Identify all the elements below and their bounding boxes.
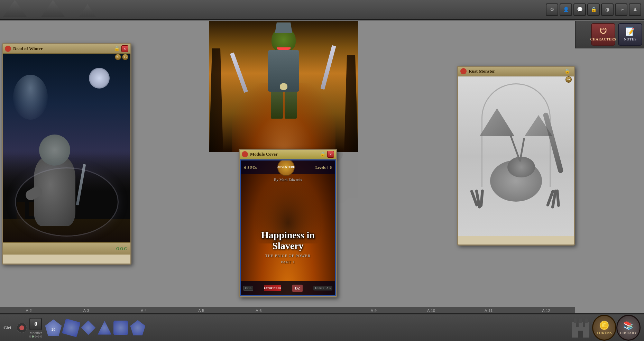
token-mode-icon-btn[interactable]: ♟ [629, 3, 641, 16]
mc-lock[interactable]: 🔒 [319, 151, 326, 158]
modifier-value: 0 [29, 318, 42, 330]
plusminus-icon-btn[interactable]: +/- [615, 3, 627, 16]
levels-label: Levels 4-6 [315, 165, 332, 169]
top-toolbar: ⚙ 👤 💬 🔒 ◑ +/- ♟ [0, 0, 644, 20]
lighting-icon-btn[interactable]: ◑ [601, 3, 614, 16]
library-button[interactable]: 📚 LIBRARY [616, 315, 641, 341]
grid-a12: A-12 [517, 307, 575, 314]
rust-monster-title: Rust Monster [469, 68, 564, 74]
pcs-label: 6-8 PCs [244, 165, 257, 169]
module-subtitle: THE PRICE OF POWER [244, 254, 332, 258]
gm-label: GM [3, 325, 11, 331]
char-notes-panel: 🛡 CHARACTERS 📝 NOTES [575, 21, 644, 48]
rust-monster-titlebar: Rust Monster 🔒 [458, 67, 574, 76]
rm-key-1[interactable]: 🗝 [565, 76, 572, 83]
grid-a11: A-11 [460, 307, 517, 314]
rust-monster-image [458, 76, 574, 236]
grid-a9: A-9 [345, 307, 402, 314]
dead-winter-titlebar: Dead of Winter 🔒 × [3, 44, 130, 54]
tokens-button[interactable]: 🪙 ToKENs [592, 315, 616, 341]
settings-icon-btn[interactable]: ⚙ [546, 3, 558, 16]
herolab-badge: HERO LAB [313, 286, 332, 291]
modifier-box: 0 Modifier [29, 318, 42, 338]
svg-rect-11 [578, 331, 583, 338]
rm-card-icon [460, 68, 467, 74]
module-main-title: Happiness in Slavery [244, 230, 332, 251]
module-cover-content: 6-8 PCs Adventure Levels 4-6 By Mark Edw… [240, 159, 336, 296]
bottom-toolbar: GM 0 Modifier 20 [0, 313, 644, 341]
chat-icon-btn[interactable]: 💬 [573, 3, 586, 16]
lock-icon-btn[interactable]: 🔒 [587, 3, 600, 16]
grid-a2: A-2 [0, 307, 57, 314]
key-icon-2[interactable]: 🗝 [122, 54, 128, 60]
rust-monster-content [458, 76, 574, 236]
grid-a3: A-3 [57, 307, 115, 314]
dead-winter-image [3, 54, 130, 254]
key-icon-1[interactable]: 🗝 [115, 54, 121, 60]
grid-a5: A-5 [173, 307, 230, 314]
orc-warrior-art [244, 24, 323, 145]
card-icon [5, 46, 11, 52]
grid-a6: A-6 [230, 307, 287, 314]
tokens-label: ToKENs [597, 331, 612, 335]
rust-monster-card: Rust Monster 🔒 🗝 [457, 66, 575, 246]
ooc-label: OOC [116, 246, 128, 251]
die-d12[interactable] [64, 320, 79, 335]
modifier-label: Modifier [30, 331, 42, 335]
characters-button[interactable]: 🛡 CHARACTERS [591, 23, 615, 46]
adventure-badge: Adventure [277, 159, 295, 176]
dead-winter-title: Dead of Winter [13, 46, 113, 52]
mc-close[interactable]: × [327, 151, 334, 158]
module-author: By Mark Edwards [274, 177, 302, 182]
svg-rect-6 [579, 322, 583, 329]
die-d8[interactable] [81, 321, 95, 335]
modifier-dots [29, 335, 42, 338]
module-cover-title: Module Cover [250, 151, 319, 157]
dead-winter-bottom-bar: OOC [3, 242, 130, 255]
module-part: PART 1 [244, 260, 332, 264]
module-cover-titlebar: Module Cover 🔒 × [240, 150, 336, 159]
module-title-area: Happiness in Slavery THE PRICE OF POWER … [241, 227, 335, 267]
module-footer: OGL PATHFINDER B2 HERO LAB [241, 281, 335, 295]
pathfinder-badge: PATHFINDER [264, 285, 281, 291]
status-area: 0 Modifier [17, 318, 45, 338]
svg-rect-8 [574, 319, 577, 323]
rm-lock[interactable]: 🔒 [564, 68, 571, 75]
module-cover-card: Module Cover 🔒 × 6-8 PCs Adventure Level… [239, 149, 337, 297]
svg-rect-9 [579, 319, 582, 323]
main-area: Dead of Winter 🔒 × 🗝 🗝 [0, 21, 644, 313]
die-d6[interactable] [113, 321, 128, 335]
dead-winter-close[interactable]: × [121, 45, 128, 52]
users-icon-btn[interactable]: 👤 [560, 3, 572, 16]
die-d10[interactable] [130, 320, 145, 335]
die-d20[interactable]: 20 [45, 320, 62, 336]
ogl-badge: OGL [243, 286, 253, 291]
svg-rect-5 [572, 322, 576, 329]
notes-button[interactable]: 📝 NOTES [618, 23, 642, 46]
mc-icon [242, 151, 248, 157]
grid-a10: A-10 [402, 307, 460, 314]
dead-winter-lock[interactable]: 🔒 [113, 45, 120, 52]
grid-labels: A-2 A-3 A-4 A-5 A-6 A-9 A-10 A-11 A-12 [0, 307, 575, 314]
grid-a4: A-4 [115, 307, 172, 314]
module-header: 6-8 PCs Adventure Levels 4-6 [241, 160, 335, 174]
library-label: LIBRARY [620, 331, 637, 335]
die-d4[interactable] [98, 321, 111, 335]
rust-creature-art [473, 108, 559, 229]
svg-rect-7 [585, 322, 589, 329]
dead-of-winter-card: Dead of Winter 🔒 × 🗝 🗝 [2, 43, 131, 265]
b2-code: B2 [292, 285, 303, 292]
grid-a7 [287, 307, 345, 314]
dead-winter-content: OOC [3, 54, 130, 255]
status-indicator [17, 323, 27, 333]
svg-rect-10 [585, 319, 588, 323]
dice-area: 20 [45, 320, 145, 336]
castle-button[interactable] [572, 317, 589, 339]
